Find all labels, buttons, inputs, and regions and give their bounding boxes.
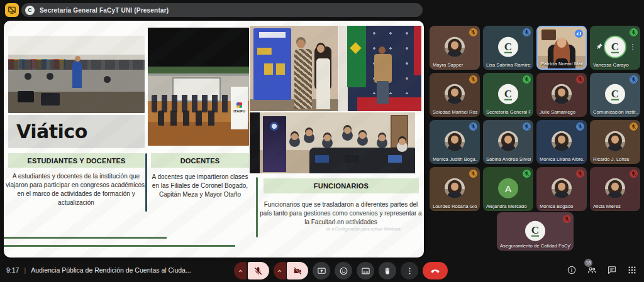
avatar-logo: C	[498, 84, 518, 104]
avatar-photo	[445, 84, 465, 104]
section-divider	[256, 177, 258, 237]
section-heading-funcionarios: FUNCIONARIOS	[264, 178, 419, 193]
reactions-button[interactable]	[335, 262, 352, 279]
meeting-info: 9:17 | Audiencia Pública de Rendición de…	[6, 266, 191, 274]
apps-grid-button[interactable]	[626, 264, 638, 276]
itaipu-banner-text: ITAIPU	[233, 109, 245, 113]
avatar-photo	[605, 131, 625, 151]
chevron-up-icon	[277, 268, 282, 274]
presentation-stage[interactable]: ITAIPU Viático ESTUDIANTES Y DOCENT	[4, 21, 424, 258]
presentation-slash-icon	[8, 6, 16, 14]
participant-tile[interactable]: Patricia Noemí Martí...	[536, 26, 587, 70]
participant-tile[interactable]: Ricardo J. Lohse	[590, 120, 640, 164]
participant-tile[interactable]: Mónica Bogado	[536, 167, 587, 211]
grid-icon	[627, 265, 637, 275]
mic-options-button[interactable]	[234, 262, 247, 279]
participant-name: Vanessa Garayo	[593, 62, 638, 68]
participant-name: Aseguramiento de Calidad FaCyT ...	[500, 243, 571, 249]
hand-icon	[383, 266, 392, 276]
participant-tile[interactable]: Julie Samaniego	[536, 73, 587, 117]
avatar-photo	[605, 178, 625, 198]
section-heading-docentes: DOCENTES	[151, 153, 249, 168]
mic-muted-icon	[469, 122, 477, 131]
more-options-button[interactable]	[401, 262, 418, 279]
participant-tile[interactable]: Soledad Maribel Ros...	[430, 73, 480, 117]
presenting-status-icon[interactable]	[5, 3, 19, 17]
mic-toggle-button[interactable]	[248, 262, 269, 279]
slide-photo-poster-presentation	[250, 26, 338, 111]
mic-muted-icon	[576, 170, 584, 178]
avatar-photo	[445, 37, 465, 57]
slide-title-block: Viático	[8, 115, 145, 148]
meeting-name: Audiencia Pública de Rendición de Cuenta…	[31, 266, 191, 274]
mic-muted-icon	[576, 75, 584, 84]
call-controls	[234, 261, 448, 280]
pin-icon[interactable]	[596, 41, 603, 52]
participant-tile[interactable]: Monica Judith Boga...	[430, 120, 480, 164]
mic-muted-icon	[630, 75, 638, 84]
mic-muted-icon	[630, 122, 638, 131]
mic-muted-icon	[523, 122, 531, 131]
participant-name: Ricardo J. Lohse	[593, 156, 638, 162]
presenter-label: Secretaría General FaCyT UNI (Presentar)	[40, 7, 169, 14]
mic-muted-icon	[630, 28, 638, 36]
tile-options-icon[interactable]: ⋮	[630, 43, 636, 51]
avatar-photo	[552, 131, 572, 151]
slide-accent-line	[4, 245, 235, 247]
info-button[interactable]	[566, 264, 577, 276]
avatar-logo: C	[525, 220, 545, 241]
itaipu-banner: ITAIPU	[231, 87, 248, 129]
participant-name: Alejandra Mercado	[486, 203, 531, 209]
participant-tile[interactable]: C Secretaría General F...	[483, 73, 533, 117]
participant-tile[interactable]: Monica Liliana Albre...	[536, 120, 587, 164]
participant-tile[interactable]: C Comunicación Instit...	[590, 73, 640, 117]
participant-name: Lisa Sabrina Ramírez ...	[486, 62, 531, 68]
participant-tile[interactable]: Alicia Mieres	[590, 167, 640, 211]
present-screen-button[interactable]	[313, 262, 330, 279]
participant-tile[interactable]: C Aseguramiento de Calidad FaCyT ...	[497, 212, 574, 251]
participant-tile[interactable]: Sabina Andrea Silvero	[483, 120, 533, 164]
mic-muted-icon	[630, 170, 638, 178]
avatar-photo	[552, 178, 572, 198]
avatar-photo	[498, 131, 518, 151]
mic-off-icon	[253, 266, 263, 276]
avatar-logo: C	[498, 37, 518, 57]
participant-tile[interactable]: A Alejandra Mercado	[483, 167, 533, 211]
logo-glyph: C	[611, 88, 619, 100]
chat-icon	[607, 265, 617, 275]
section-body-docentes: A docentes que impartieron clases en las…	[151, 173, 249, 199]
info-icon	[567, 265, 577, 275]
participant-name: Lourdes Rosana Gio...	[433, 203, 477, 209]
mic-muted-icon	[469, 75, 477, 84]
participant-name: Secretaría General F...	[486, 109, 531, 115]
uni-banner	[263, 116, 286, 172]
slide-photo-computer-lab	[8, 36, 145, 113]
mic-control-group	[234, 262, 269, 279]
slide-photo-auditorium-group: ITAIPU	[148, 28, 249, 146]
participant-name: Julie Samaniego	[540, 109, 584, 115]
mic-muted-icon	[576, 122, 584, 131]
camera-toggle-button[interactable]	[287, 262, 308, 279]
participant-tile[interactable]: C Vanessa Garayo ⋮	[590, 26, 640, 70]
avatar-photo	[445, 131, 465, 151]
mic-muted-icon	[523, 75, 531, 84]
participant-tile[interactable]: Mayra Sapper	[430, 26, 480, 70]
section-heading-estudiantes: ESTUDIANTES Y DOCENTES	[8, 153, 145, 168]
section-body-estudiantes: A estudiantes y docentes de la instituci…	[5, 172, 147, 207]
kebab-menu-icon	[405, 266, 414, 276]
camera-options-button[interactable]	[274, 262, 286, 279]
meeting-panels: 18	[566, 264, 638, 276]
presenter-pill[interactable]: C Secretaría General FaCyT UNI (Presenta…	[21, 3, 423, 17]
participant-tile[interactable]: Lourdes Rosana Gio...	[430, 167, 480, 211]
captions-button[interactable]	[357, 262, 374, 279]
chat-button[interactable]	[606, 264, 618, 276]
itaipu-logo-icon	[236, 102, 242, 108]
separator: |	[24, 266, 26, 274]
presenter-avatar: C	[25, 6, 35, 15]
mic-muted-icon	[469, 170, 477, 178]
participant-tile[interactable]: C Lisa Sabrina Ramírez ...	[483, 26, 533, 70]
end-call-button[interactable]	[423, 262, 448, 279]
raise-hand-button[interactable]	[379, 262, 396, 279]
camera-off-icon	[293, 266, 303, 276]
people-button[interactable]: 18	[586, 264, 597, 276]
